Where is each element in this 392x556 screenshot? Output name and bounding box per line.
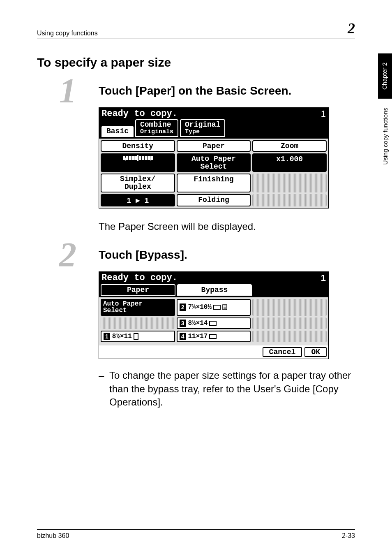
svg-rect-0 [214,305,220,309]
auto-paper-select-button[interactable]: Auto Paper Select [177,153,251,172]
tray-index: 3 [179,319,187,327]
tab-combine-originals[interactable]: Combine Originals [135,119,178,137]
tab-bypass[interactable]: Bypass [177,284,252,296]
landscape-icon [213,304,221,310]
side-tab-section: Using copy functions [378,99,392,174]
step-body-text: The Paper Screen will be displayed. [99,220,355,233]
ok-button[interactable]: OK [304,347,327,357]
footer-model: bizhub 360 [37,532,69,540]
tab-originals-label: Originals [140,129,173,135]
tab-original-type[interactable]: Original Type [180,119,225,137]
tray-size: 8½×11 [112,333,132,340]
status-ready: Ready to copy. [101,109,178,119]
side-tab: Chapter 2 Using copy functions [378,53,392,174]
header-chapter-number: 2 [348,20,355,37]
tray-2-chip[interactable]: 2 7¼×10½ [177,299,251,316]
empty-chip [252,317,327,329]
footer-page-number: 2-33 [342,532,355,540]
empty-cell [252,194,327,206]
auto-paper-select-chip[interactable]: Auto Paper Select [101,299,175,316]
zoom-value: x1.000 [252,153,327,172]
paper-screen: Ready to copy. 1 Paper Bypass Auto Paper… [99,271,329,359]
cancel-button[interactable]: Cancel [263,347,302,357]
empty-chip [101,317,175,329]
svg-rect-5 [210,321,216,325]
tray-size: 8½×14 [188,320,208,327]
tray-index: 1 [103,332,111,341]
bullet-dash: – [99,369,109,409]
empty-chip [252,331,327,342]
zoom-button[interactable]: Zoom [252,140,327,152]
copy-count: 1 [321,273,326,283]
section-title: To specify a paper size [37,56,355,70]
step-number: 2 [37,241,99,269]
folding-button[interactable]: Folding [177,194,251,206]
portrait-doc-icon [222,304,227,310]
tray-3-chip[interactable]: 3 8½×14 [177,317,251,329]
landscape-icon [209,320,217,326]
step-heading: Touch [Bypass]. [99,241,355,262]
header-running-title: Using copy functions [37,30,98,37]
svg-rect-6 [134,334,138,339]
step-heading: Touch [Paper] on the Basic Screen. [99,77,355,97]
empty-cell [252,174,327,192]
copy-count: 1 [321,109,326,119]
tab-combine-label: Combine [140,120,171,129]
density-indicator: ◀▶ [101,153,175,172]
empty-chip [252,299,327,316]
tab-original-label: Original [185,120,220,129]
simplex-duplex-button[interactable]: Simplex/ Duplex [101,174,175,192]
step-bullet-text: To change the paper size settings for a … [109,369,355,409]
one-to-one-indicator: 1 ▶ 1 [101,194,175,206]
step-number: 1 [37,77,99,104]
tray-index: 2 [179,303,187,311]
tray-size: 7¼×10½ [188,303,212,311]
tab-basic[interactable]: Basic [101,126,134,137]
paper-button[interactable]: Paper [177,140,251,152]
finishing-button[interactable]: Finishing [177,174,251,192]
tray-size: 11×17 [188,333,208,340]
tab-paper[interactable]: Paper [101,284,175,296]
svg-rect-7 [210,334,216,338]
tray-index: 4 [179,332,187,341]
density-button[interactable]: Density [101,140,175,152]
tray-4-chip[interactable]: 4 11×17 [177,331,251,342]
tab-type-label: Type [185,129,220,135]
basic-screen: Ready to copy. 1 Basic Combine Originals… [99,107,329,208]
side-tab-chapter: Chapter 2 [378,53,392,99]
status-ready: Ready to copy. [101,273,178,283]
tray-1-chip[interactable]: 1 8½×11 [101,331,175,342]
portrait-icon [134,333,138,340]
landscape-icon [209,334,217,339]
